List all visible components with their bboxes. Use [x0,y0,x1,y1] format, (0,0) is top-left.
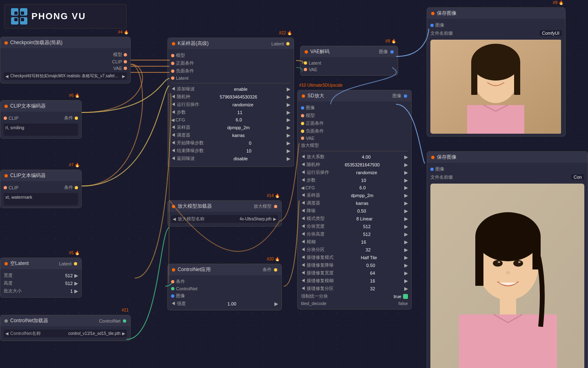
save2-filename: 文件名前缀 Con [430,173,584,181]
sdupscale-seam-fix-div: ◀ 接缝修复分区 32▶ [301,285,408,292]
ksampler-start-step: ◀ 开始降噪步数 0 ▶ [171,139,290,147]
ksampler-end-step: ◀ 结束降噪步数 10 ▶ [171,147,290,155]
checkpoint-output-clip: CLIP [4,58,127,65]
sdupscale-denoise: ◀ 降噪 0.50▶ [301,207,408,215]
ksampler-input-positive: 正面条件 [171,59,290,67]
node-id-clip2: #7 🔥 [69,163,80,167]
svg-rect-6 [14,18,18,21]
node-header-clip2: CLIP文本编码器 [0,170,81,181]
ksampler-return-noise: ◀ 返回噪波 disable ▶ [171,155,290,162]
node-ksampler: #22 🔥 K采样器(高级) Latent 模型 正面条件 负面条件 Laten… [167,38,294,167]
logo-icon [11,8,27,25]
sdupscale-scheduler: ◀ 调度器 karras▶ [301,199,408,207]
svg-point-27 [493,260,503,267]
node-id-checkpoint: #4 🔥 [118,30,129,34]
node-vae: #8 🔥 VAE解码 图像 Latent VAE [300,46,398,76]
sdupscale-force-uniform: 强制统一分块 true [301,292,408,300]
node-id-latent: #5 🔥 [69,251,80,255]
ksampler-add-noise: ◀ 添加噪波 enable ▶ [171,85,290,93]
controlnet-apply-input-image: 图像 [171,292,278,300]
node-header-controlnet-apply: ControlNet应用 条件 [168,264,281,275]
ksampler-input-model: 模型 [171,52,290,59]
svg-point-11 [471,44,520,81]
sdupscale-tile-div: ◀ 分块分区 32▶ [301,246,408,254]
node-header-ksampler: K采样器(高级) Latent [168,38,294,49]
ksampler-input-negative: 负面条件 [171,67,290,75]
sdupscale-tile-w: ◀ 分块宽度 512▶ [301,222,408,230]
svg-rect-7 [21,18,24,21]
node-controlnet-loader: #21 ControlNet加载器 ControlNet ◀ ControlNe… [0,315,131,341]
controlnet-apply-input-cond: 条件 [171,278,278,285]
sdupscale-seam-fix-mode: ◀ 接缝修复模式 Half Tile▶ [301,254,408,261]
node-save2: 保存图像 图像 文件名前缀 Con [427,151,588,368]
sdupscale-blur: ◀ 模糊 16▶ [301,238,408,246]
clip2-input-clip: CLIP 条件 [4,184,78,191]
controlnet-apply-strength: ◀ 强度 1.00▶ [171,300,278,307]
latent-batch: 批次大小 1 ▶ [4,287,78,295]
sdupscale-seed: ◀ 随机种 65353281647930▶ [301,161,408,168]
latent-height: 高度 512 ▶ [4,279,78,287]
node-checkpoint: #4 🔥 Checkpoint加载器(简易) 模型 CLIP VAE ◀ Che… [0,37,131,83]
node-id-controlnet-loader: #21 [122,308,129,312]
sdupscale-scale: ◀ 放大系数 4.00▶ [301,153,408,161]
sdupscale-tile-h: ◀ 分块高度 512▶ [301,230,408,238]
svg-rect-25 [475,237,483,286]
clip1-input-clip: CLIP 条件 [4,114,78,122]
node-id-vae: #8 🔥 [385,39,396,43]
node-upscale-loader: #14 🔥 放大模型加载器 放大模型 ◀ 放大模型名称 4x-UltraShar… [167,200,282,227]
node-id-save1: #9 🔥 [553,0,564,5]
node-latent: #5 🔥 空Latent Latent 宽度 512 ▶ 高度 512 ▶ 批次… [0,258,82,298]
svg-point-30 [518,261,521,263]
sdupscale-seam-fix-denoise: ◀ 接缝修复降噪 0.50▶ [301,261,408,269]
sdupscale-input-image: 图像 [301,104,408,112]
ksampler-sampler: ◀ 采样器 dpmpp_2m ▶ [171,123,290,131]
sdupscale-tiled-decode: tiled_decode false [301,300,408,307]
sdupscale-cfg: ◀ CFG 6.0▶ [301,184,408,191]
sdupscale-input-negative: 负面条件 [301,127,408,135]
svg-rect-13 [514,62,520,95]
node-header-checkpoint: Checkpoint加载器(简易) [0,37,130,48]
node-label-sdupscale: #10 UltimateSDUpscale [299,83,343,88]
vae-input-latent: Latent [304,60,394,66]
sdupscale-input-positive: 正面条件 [301,119,408,127]
ksampler-seed: ◀ 随机种 579693464530326 ▶ [171,93,290,101]
checkpoint-output-vae: VAE [4,65,127,72]
node-id-ksampler: #22 🔥 [279,31,292,35]
sdupscale-mode: ◀ 模式类型 8 Linear▶ [301,215,408,222]
svg-point-24 [475,212,541,261]
svg-point-31 [506,271,510,274]
sdupscale-steps: ◀ 步数 10▶ [301,176,408,184]
node-controlnet-apply: #20 🔥 ControlNet应用 条件 条件 ControlNet 图像 ◀… [167,264,282,310]
sdupscale-seam-fix-blur: ◀ 接缝修复模糊 16▶ [301,277,408,285]
node-header-save2: 保存图像 [427,152,588,163]
ksampler-cfg: ◀ CFG 6.0 ▶ [171,116,290,123]
logo-area: PHONG VU [4,4,127,29]
vae-input-vae: VAE [304,66,394,73]
node-header-vae: VAE解码 图像 [301,46,398,57]
upscale-loader-model: ◀ 放大模型名称 4x-UltraSharp.pth ▶ [171,214,278,224]
save1-input-image: 图像 [430,21,562,29]
node-header-controlnet-loader: ControlNet加载器 ControlNet [0,315,130,326]
sdupscale-seam-fix-width: ◀ 接缝修复宽度 64▶ [301,269,408,277]
checkpoint-output-model: 模型 [4,51,127,58]
node-id-clip1: #6 🔥 [69,93,80,98]
svg-rect-15 [467,105,524,134]
node-id-upscale-loader: #14 🔥 [267,193,280,198]
node-clip1: #6 🔥 CLIP文本编码器 CLIP 条件 rl, smiling [0,100,82,139]
svg-rect-5 [21,11,24,15]
sdupscale-input-model: 模型 [301,112,408,119]
node-header-latent: 空Latent Latent [0,258,81,269]
logo-text: PHONG VU [31,11,86,22]
sdupscale-after: ◀ 运行后操作 randomize▶ [301,168,408,176]
node-header-clip1: CLIP文本编码器 [0,101,81,112]
save2-input-image: 图像 [430,165,584,173]
latent-width: 宽度 512 ▶ [4,272,78,279]
node-header-upscale-loader: 放大模型加载器 放大模型 [168,201,281,212]
svg-rect-12 [471,62,477,95]
sdupscale-input-vae: VAE [301,135,408,141]
svg-point-17 [500,74,506,78]
ksampler-scheduler: ◀ 调度器 karras ▶ [171,131,290,139]
ksampler-after: ◀ 运行后操作 randomize ▶ [171,101,290,108]
controlnet-apply-input-cn: ControlNet [171,285,278,292]
controlnet-loader-model: ◀ ControlNet名称 control_v11f1e_sd15_tile.… [4,329,127,338]
